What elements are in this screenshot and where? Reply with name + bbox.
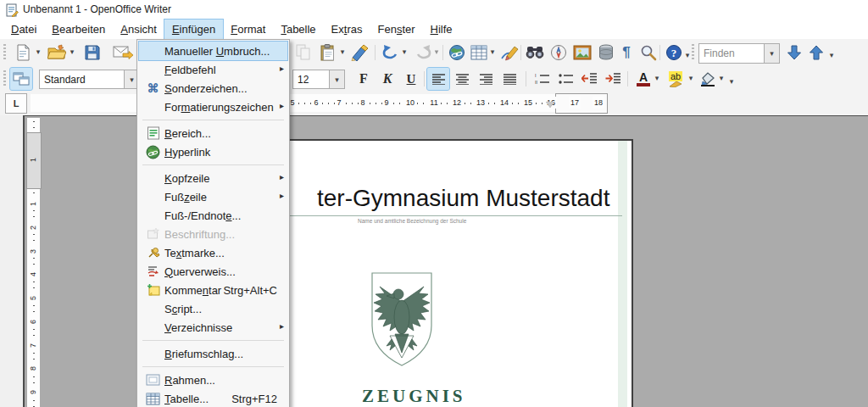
align-center-button[interactable] — [451, 68, 473, 90]
findbar-grip[interactable] — [692, 44, 694, 61]
email-button[interactable] — [112, 42, 134, 64]
find-input[interactable]: Finden ▾ — [698, 43, 780, 64]
font-color-button[interactable]: A — [632, 68, 654, 90]
menu-item-label: Tabelle... — [164, 393, 209, 405]
menu-item-script[interactable]: Script... — [139, 299, 287, 318]
menu-item-rahmen[interactable]: Rahmen... — [139, 371, 287, 389]
draw-functions-button[interactable] — [498, 42, 520, 64]
menu-item-beschriftung[interactable]: Beschriftung... — [139, 225, 287, 243]
align-left-button[interactable] — [427, 68, 449, 90]
paste-dropdown[interactable]: ▾ — [338, 47, 347, 56]
open-button[interactable] — [46, 42, 68, 64]
formatting-marks-button[interactable]: ¶ — [615, 42, 637, 64]
menu-item-formatierungszeichen[interactable]: Formatierungszeichen ▸ — [139, 98, 287, 116]
gallery-button[interactable] — [571, 42, 593, 64]
undo-dropdown[interactable]: ▾ — [400, 47, 409, 56]
help-button[interactable]: ? — [663, 42, 685, 64]
findbar-overflow-button[interactable]: ▾ — [827, 51, 836, 59]
font-color-dropdown[interactable]: ▾ — [653, 74, 661, 82]
menu-item-tabelle[interactable]: Tabelle... Strg+F12 — [139, 389, 287, 407]
increase-indent-button[interactable] — [602, 68, 624, 90]
toolbar-separator — [520, 45, 521, 60]
menu-item-kopfzeile[interactable]: Kopfzeile ▸ — [139, 169, 287, 187]
find-replace-button[interactable] — [524, 42, 546, 64]
copy-button[interactable] — [292, 42, 314, 64]
menu-item-querverweis[interactable]: Querverweis... — [139, 262, 287, 281]
highlight-color-dropdown[interactable]: ▾ — [687, 74, 695, 82]
vertical-ruler[interactable]: 1 1 2 3 4 5 6 7 8 9 10 — [27, 118, 40, 407]
open-dropdown[interactable]: ▾ — [68, 47, 76, 56]
toolbar-grip[interactable] — [3, 44, 6, 61]
coat-of-arms-eagle[interactable] — [366, 268, 437, 373]
menu-item-bereich[interactable]: Bereich... — [139, 124, 287, 142]
caption-icon — [142, 227, 164, 241]
bold-button[interactable]: F — [353, 68, 375, 90]
underline-button[interactable]: U — [400, 68, 422, 90]
numbered-list-button[interactable]: III — [531, 68, 553, 90]
redo-button[interactable] — [412, 42, 434, 64]
menu-item-briefumschlag[interactable]: Briefumschlag... — [139, 344, 287, 363]
new-document-button[interactable] — [12, 42, 34, 64]
ruler-number: 6 — [312, 97, 320, 109]
background-color-dropdown[interactable]: ▾ — [717, 74, 726, 82]
find-dropdown[interactable]: ▾ — [764, 44, 779, 63]
menu-hilfe[interactable]: Hilfe — [423, 20, 460, 39]
format-paintbrush-button[interactable] — [349, 42, 371, 64]
menu-item-feldbefehl[interactable]: Feldbefehl ▸ — [139, 60, 287, 79]
undo-button[interactable] — [380, 42, 402, 64]
styles-formatting-button[interactable] — [10, 68, 32, 90]
new-document-dropdown[interactable]: ▾ — [34, 47, 42, 56]
find-previous-button[interactable] — [805, 42, 827, 64]
font-size-combo[interactable]: 12 ▾ — [292, 70, 345, 89]
hyperlink-button[interactable] — [446, 42, 468, 64]
justify-button[interactable] — [498, 68, 520, 90]
italic-button[interactable]: K — [376, 68, 398, 90]
font-size-dropdown[interactable]: ▾ — [329, 70, 344, 88]
horizontal-ruler[interactable]: 5 6 7 8 9 10 11 12 13 14 15 16 17 18 — [31, 94, 607, 112]
menu-ansicht[interactable]: Ansicht — [113, 20, 164, 39]
menu-item-sonderzeichen[interactable]: ⌘ Sonderzeichen... — [139, 79, 287, 98]
background-color-button[interactable] — [697, 68, 719, 90]
menu-format[interactable]: Format — [223, 20, 273, 39]
font-color-swatch — [637, 83, 650, 86]
heading-caption[interactable]: Name und amtliche Bezeichnung der Schule — [358, 218, 466, 224]
certificate-title[interactable]: ZEUGNIS — [362, 386, 466, 407]
toolbar2-overflow-button[interactable]: ▾ — [727, 77, 736, 86]
save-button[interactable] — [81, 42, 103, 64]
decrease-indent-button[interactable] — [578, 68, 600, 90]
ruler-number: 4 — [27, 268, 40, 281]
redo-dropdown[interactable]: ▾ — [432, 47, 441, 56]
zoom-button[interactable] — [637, 42, 659, 64]
paste-button[interactable] — [317, 42, 339, 64]
data-sources-button[interactable] — [595, 42, 617, 64]
menu-fenster[interactable]: Fenster — [370, 20, 422, 39]
highlight-color-button[interactable]: ab — [665, 68, 687, 90]
menu-item-fuss-endnote[interactable]: Fuß-/Endnote... — [139, 206, 287, 225]
menu-tabelle[interactable]: Tabelle — [273, 20, 323, 39]
menu-datei[interactable]: Datei — [3, 20, 44, 39]
school-name-heading[interactable]: ter-Gymnasium Musterstadt — [317, 185, 609, 212]
menu-bearbeiten[interactable]: Bearbeiten — [44, 20, 113, 39]
paragraph-style-combo[interactable]: Standard ▾ — [39, 70, 140, 89]
align-right-button[interactable] — [475, 68, 497, 90]
menu-item-hyperlink[interactable]: Hyperlink — [139, 142, 287, 161]
menu-item-textmarke[interactable]: Textmarke... — [139, 243, 287, 262]
menu-extras[interactable]: Extras — [324, 20, 370, 39]
find-next-button[interactable] — [783, 42, 805, 64]
navigator-button[interactable] — [548, 42, 570, 64]
menu-einfuegen[interactable]: Einfügen — [164, 20, 223, 39]
ruler-number: 7 — [335, 97, 342, 109]
right-indent-marker[interactable] — [546, 102, 554, 108]
ruler-number: 17 — [569, 97, 581, 109]
menu-item-manueller-umbruch[interactable]: Manueller Umbruch... — [139, 42, 287, 60]
menu-item-kommentar[interactable]: Kommentar Strg+Alt+C — [139, 281, 287, 299]
table-dropdown[interactable]: ▾ — [488, 47, 497, 56]
tab-stop-selector-button[interactable]: L — [5, 93, 27, 114]
table-button[interactable] — [468, 42, 490, 64]
toolbar-overflow-button[interactable]: ▾ — [683, 51, 692, 59]
toolbar-grip[interactable] — [3, 70, 6, 87]
bullet-list-button[interactable] — [554, 68, 576, 90]
menu-item-verzeichnisse[interactable]: Verzeichnisse ▸ — [139, 318, 287, 337]
menu-item-fusszeile[interactable]: Fußzeile ▸ — [139, 187, 287, 206]
paragraph-style-value: Standard — [40, 74, 124, 86]
